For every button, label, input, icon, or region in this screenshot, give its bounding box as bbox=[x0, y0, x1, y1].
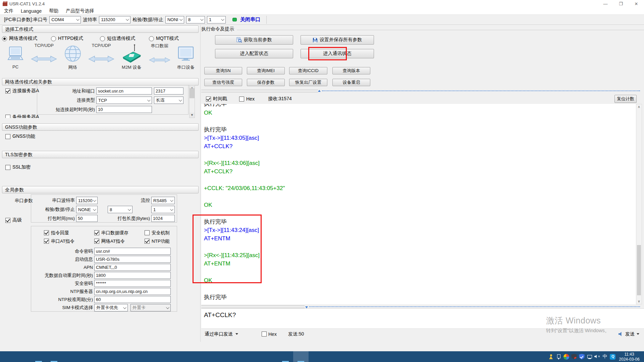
volume-muted-icon[interactable] bbox=[593, 351, 601, 362]
netparams-scrollbar[interactable]: ▲ ▼ bbox=[189, 85, 195, 118]
search-icon[interactable] bbox=[15, 351, 31, 362]
command-button[interactable]: 保存参数 bbox=[247, 79, 285, 86]
feature-checkbox[interactable]: 串口AT指令 bbox=[44, 237, 94, 245]
flow-select[interactable]: RS485 bbox=[151, 197, 175, 204]
document-app-icon[interactable] bbox=[46, 351, 62, 362]
network-icon[interactable] bbox=[586, 351, 593, 362]
advanced-checkbox[interactable]: 高级 bbox=[5, 217, 22, 223]
person-app-icon[interactable] bbox=[139, 351, 154, 362]
command-button[interactable]: 恢复出厂设置 bbox=[289, 79, 327, 86]
databits-select[interactable]: 8 bbox=[186, 16, 205, 23]
fin-app-icon[interactable] bbox=[170, 351, 185, 362]
person-app-icon[interactable] bbox=[216, 351, 231, 362]
backup-server-checkbox[interactable]: 备份服务器A bbox=[5, 115, 39, 118]
param-input[interactable]: usr.cn# bbox=[94, 248, 171, 255]
menu-item[interactable]: 产品型号选择 bbox=[66, 8, 94, 14]
workmode-radio[interactable]: MQTT模式 bbox=[149, 36, 198, 42]
close-serial-button[interactable]: 关闭串口 bbox=[240, 16, 260, 23]
restore-button[interactable]: ❐ bbox=[613, 0, 629, 7]
command-button[interactable]: 查询IMEI bbox=[247, 67, 285, 74]
workmode-radio[interactable]: HTTPD模式 bbox=[51, 36, 100, 42]
person-app-icon[interactable] bbox=[154, 351, 170, 362]
param-input[interactable]: 60 bbox=[94, 296, 171, 303]
calculator-icon[interactable] bbox=[185, 351, 201, 362]
serial-tool-icon[interactable] bbox=[293, 351, 309, 362]
command-button[interactable]: 查询ICCID bbox=[289, 67, 327, 74]
stopbits-select[interactable]: 1 bbox=[207, 16, 226, 23]
command-button[interactable]: 查询版本 bbox=[332, 67, 370, 74]
scroll-down-icon[interactable]: ▼ bbox=[190, 113, 195, 118]
bird-app-icon[interactable] bbox=[231, 351, 247, 362]
scroll-up-icon[interactable]: ∧ bbox=[636, 104, 642, 110]
feature-checkbox[interactable]: 安全机制 bbox=[145, 229, 188, 237]
g-stopbits-select[interactable]: 1 bbox=[151, 206, 175, 213]
workmode-radio[interactable]: 网络透传模式 bbox=[2, 36, 51, 42]
chrome-icon[interactable] bbox=[31, 351, 46, 362]
param-input[interactable]: ****** bbox=[94, 280, 171, 287]
enter-comm-button[interactable]: 进入通讯状态 bbox=[301, 49, 374, 58]
send-hex-checkbox[interactable] bbox=[262, 331, 267, 337]
g-databits-select[interactable]: 8 bbox=[108, 206, 132, 213]
set-save-params-button[interactable]: 设置并保存所有参数 bbox=[301, 35, 374, 45]
ssl-checkbox[interactable]: SSL加密 bbox=[5, 164, 31, 170]
command-button[interactable]: 设备重启 bbox=[332, 79, 370, 86]
ime-icon[interactable]: 中 bbox=[601, 351, 609, 362]
swirl-icon[interactable] bbox=[562, 351, 570, 362]
start-button[interactable] bbox=[0, 351, 15, 362]
tray-figure-icon[interactable] bbox=[547, 351, 555, 362]
defender-alert-icon[interactable] bbox=[570, 351, 578, 362]
menu-item[interactable]: 帮助 bbox=[49, 8, 58, 14]
scroll-thumb[interactable] bbox=[190, 88, 195, 98]
g-parity-select[interactable]: NONE bbox=[76, 206, 98, 213]
minimize-button[interactable]: — bbox=[598, 0, 613, 7]
timestamp-checkbox[interactable] bbox=[206, 97, 211, 102]
taskbar-clock[interactable]: 11:43 2024-03-06 bbox=[616, 352, 642, 362]
g-baud-select[interactable]: 115200 bbox=[76, 197, 98, 204]
scroll-down-icon[interactable]: ∨ bbox=[636, 299, 642, 304]
packtime-input[interactable]: 50 bbox=[76, 215, 98, 222]
edge-icon[interactable] bbox=[309, 351, 324, 362]
creature-app-icon[interactable] bbox=[262, 351, 278, 362]
recv-hex-checkbox[interactable] bbox=[239, 97, 244, 102]
qq-icon[interactable] bbox=[609, 351, 616, 362]
baud-select[interactable]: 115200 bbox=[99, 16, 130, 23]
send-button[interactable]: 发送 bbox=[616, 330, 641, 339]
keepalive-select[interactable]: 长连 bbox=[154, 97, 183, 104]
scroll-thumb[interactable] bbox=[637, 245, 641, 295]
enter-config-button[interactable]: 进入配置状态 bbox=[215, 49, 293, 58]
top-splitter[interactable] bbox=[201, 90, 318, 92]
server-address-input[interactable]: socket.usr.cn bbox=[96, 87, 152, 95]
folder-icon[interactable] bbox=[278, 351, 293, 362]
feature-checkbox[interactable]: 指令回显 bbox=[44, 229, 94, 237]
conn-type-select[interactable]: TCP bbox=[96, 97, 152, 104]
gnss-checkbox[interactable]: GNSS功能 bbox=[5, 133, 35, 139]
shield-icon[interactable] bbox=[578, 351, 586, 362]
timeout-input[interactable]: 10 bbox=[96, 106, 152, 113]
workmode-radio[interactable]: 短信透传模式 bbox=[100, 36, 149, 42]
feature-checkbox[interactable]: 串口数据缓存 bbox=[94, 229, 145, 237]
receive-log[interactable]: 执行完毕 OK执行完毕>[Tx->][11:43:05][asc]AT+CCLK… bbox=[201, 104, 636, 304]
sim-mode-select[interactable]: 外置卡优先 bbox=[94, 304, 128, 311]
reset-count-button[interactable]: 复位计数 bbox=[614, 95, 637, 103]
get-params-button[interactable]: 获取当前参数 bbox=[215, 35, 293, 45]
com-port-select[interactable]: COM4 bbox=[49, 16, 81, 23]
send-via-button[interactable]: 通过串口发送 bbox=[201, 330, 241, 339]
server-a-checkbox[interactable]: 连接服务器A bbox=[5, 88, 39, 94]
usb-icon[interactable] bbox=[555, 351, 562, 362]
terminal-icon[interactable] bbox=[93, 351, 108, 362]
server-port-input[interactable]: 2317 bbox=[154, 87, 183, 95]
feature-checkbox[interactable]: 网络AT指令 bbox=[94, 237, 145, 245]
person-app-icon[interactable] bbox=[201, 351, 216, 362]
command-button[interactable]: 查询SN bbox=[204, 67, 242, 74]
splitter-arrow-icon[interactable] bbox=[318, 90, 321, 92]
menu-item[interactable]: Language bbox=[21, 8, 42, 14]
param-input[interactable]: 1800 bbox=[94, 272, 171, 279]
parity-select[interactable]: NONI bbox=[165, 16, 184, 23]
robot-app-icon[interactable] bbox=[247, 351, 262, 362]
person-app-icon[interactable] bbox=[108, 351, 123, 362]
param-input[interactable]: cn.ntp.org.cn,us.ntp.org.cn bbox=[94, 288, 171, 295]
close-button[interactable]: ✕ bbox=[629, 0, 644, 7]
param-input[interactable]: CMNET,,,0 bbox=[94, 264, 171, 271]
cards-app-icon[interactable] bbox=[123, 351, 139, 362]
log-scrollbar[interactable]: ∧ ∨ bbox=[636, 104, 642, 304]
